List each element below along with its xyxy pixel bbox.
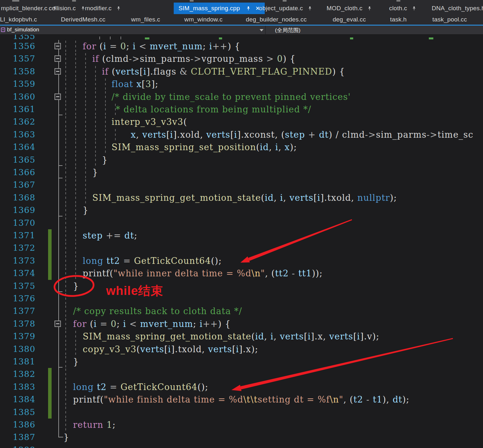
code-line-1365[interactable]: 1365} [0, 154, 483, 166]
tab-derivedmesh-cc[interactable]: DerivedMesh.cc [61, 14, 105, 25]
change-tracking-bar [48, 381, 52, 393]
indent-guide [105, 104, 106, 115]
indent-guide [65, 104, 66, 115]
code-line-1374[interactable]: 1374printf("while inner delta time = %d\… [0, 267, 483, 280]
indent-guide [65, 293, 66, 304]
code-line-1363[interactable]: 1363x, verts[i].xold, verts[i].xconst, (… [0, 128, 483, 141]
fold-collapse-button[interactable] [54, 68, 61, 75]
tab-label: MOD_cloth.c [327, 5, 362, 12]
code-line-1378[interactable]: 1378for (i = 0; i < mvert_num; i++) { [0, 318, 483, 330]
code-line-1383[interactable]: 1383long t2 = GetTickCount64(); [0, 381, 483, 393]
tab-mod-cloth-c[interactable]: MOD_cloth.c [327, 3, 371, 14]
code-line-1376[interactable]: 1376 [0, 292, 483, 305]
tab-collision-c[interactable]: collision.c [49, 3, 85, 14]
code-line-1362[interactable]: 1362interp_v3_v3v3( [0, 116, 483, 128]
line-number: 1384 [13, 393, 35, 406]
cpp-project-icon [1, 28, 5, 32]
code-line-1373[interactable]: 1373long tt2 = GetTickCount64(); [0, 255, 483, 267]
tab-wm-window-c[interactable]: wm_window.c [184, 14, 222, 25]
code-line-1369[interactable]: 1369} [0, 204, 483, 216]
line-number: 1364 [13, 141, 35, 153]
indent-guide [95, 78, 96, 90]
line-number: 1376 [13, 292, 35, 305]
indent-guide [65, 407, 66, 418]
code-line-1359[interactable]: 1359float x[3]; [0, 78, 483, 90]
tab-cloth-c[interactable]: cloth.c [389, 3, 416, 14]
tab-task-pool-cc[interactable]: task_pool.cc [432, 14, 467, 25]
code-text: if (verts[i].flags & CLOTH_VERT_FLAG_PIN… [102, 65, 345, 78]
code-line-1387[interactable]: 1387} [0, 431, 483, 444]
line-number: 1374 [13, 267, 35, 280]
tab-wm-files-c[interactable]: wm_files.c [131, 14, 160, 25]
code-line-1381[interactable]: 1381} [0, 355, 483, 368]
pin-icon[interactable] [412, 6, 416, 11]
clipped-row-above-fragment [190, 0, 194, 2]
code-line-1371[interactable]: 1371step += dt; [0, 229, 483, 242]
code-line-1372[interactable]: 1372 [0, 242, 483, 254]
tab-li-kdopbvh-c[interactable]: LI_kdopbvh.c [0, 14, 37, 25]
code-line-1384[interactable]: 1384printf("while finish delta time = %d… [0, 393, 483, 406]
tab-dna-cloth-types-h[interactable]: DNA_cloth_types.h [432, 3, 483, 14]
indent-guide [95, 116, 96, 127]
indent-guide [85, 116, 86, 127]
fold-collapse-button[interactable] [54, 43, 61, 49]
pin-icon[interactable] [117, 6, 121, 11]
code-line-1358[interactable]: 1358if (verts[i].flags & CLOTH_VERT_FLAG… [0, 65, 483, 78]
indent-guide [65, 78, 66, 90]
code-line-1379[interactable]: 1379SIM_mass_spring_get_motion_state(id,… [0, 330, 483, 343]
indent-guide [65, 305, 66, 317]
clipped-text-fragment [350, 37, 353, 39]
indent-guide [115, 129, 116, 140]
tab-label: wm_window.c [184, 16, 222, 23]
code-line-1361[interactable]: 1361* delta locations from being multipl… [0, 103, 483, 116]
code-line-1380[interactable]: 1380copy_v3_v3(verts[i].txold, verts[i].… [0, 343, 483, 355]
fold-collapse-button[interactable] [54, 94, 61, 100]
pin-icon[interactable] [246, 6, 250, 11]
tab-deg-eval-cc[interactable]: deg_eval.cc [333, 14, 366, 25]
line-number: 1360 [13, 91, 35, 103]
code-line-1386[interactable]: 1386return 1; [0, 419, 483, 431]
code-line-1370[interactable]: 1370 [0, 217, 483, 229]
chevron-down-icon[interactable] [260, 29, 263, 31]
tab-task-h[interactable]: task.h [390, 14, 407, 25]
tab-object-update-c[interactable]: object_update.c [259, 3, 312, 14]
code-editor[interactable]: 13551356for (i = 0; i < mvert_num; i++) … [0, 35, 483, 448]
code-line-1367[interactable]: 1367 [0, 179, 483, 191]
tab-label: cloth.c [389, 5, 407, 12]
tab-label: DerivedMesh.cc [61, 16, 105, 23]
pin-icon[interactable] [81, 6, 85, 11]
tab-mplicit-blender-c[interactable]: mplicit_blender.c [1, 3, 56, 14]
code-line-1366[interactable]: 1366} [0, 166, 483, 179]
clipped-text-fragment [429, 37, 433, 39]
code-line-1385[interactable]: 1385 [0, 406, 483, 419]
line-number: 1380 [13, 343, 35, 355]
code-text: copy_v3_v3(verts[i].txold, verts[i].x); [83, 343, 258, 355]
indent-guide [65, 142, 66, 153]
line-number: 1368 [13, 191, 35, 204]
code-line-1375[interactable]: 1375} [0, 280, 483, 292]
code-line-1356[interactable]: 1356for (i = 0; i < mvert_num; i++) { [0, 40, 483, 53]
fold-collapse-button[interactable] [54, 55, 61, 62]
tab-modifier-c[interactable]: modifier.c [85, 3, 121, 14]
tab-sim-mass-spring-cpp[interactable]: SIM_mass_spring.cpp✕ [174, 3, 265, 14]
tab-strip: mplicit_blender.ccollision.cmodifier.cSI… [0, 0, 483, 25]
code-line-1377[interactable]: 1377/* copy results back to cloth data *… [0, 305, 483, 317]
code-line-1360[interactable]: 1360/* divide by time_scale to prevent p… [0, 91, 483, 103]
partial-line-top: 1355 [0, 35, 483, 40]
tab-label: DNA_cloth_types.h [432, 5, 483, 12]
fold-region-end-tick [59, 178, 62, 178]
tab-label: wm_files.c [131, 16, 160, 23]
code-line-1357[interactable]: 1357if (clmd->sim_parms->vgroup_mass > 0… [0, 53, 483, 65]
tab-deg-builder-nodes-cc[interactable]: deg_builder_nodes.cc [246, 14, 307, 25]
pin-icon[interactable] [308, 6, 312, 11]
pin-icon[interactable] [368, 6, 371, 11]
indent-guide [75, 230, 76, 241]
tab-label: mplicit_blender.c [1, 5, 47, 12]
code-line-1368[interactable]: 1368SIM_mass_spring_get_motion_state(id,… [0, 191, 483, 204]
indent-guide [85, 179, 86, 191]
code-line-1364[interactable]: 1364SIM_mass_spring_set_position(id, i, … [0, 141, 483, 153]
scope-dropdown[interactable]: bf_simulation [0, 26, 266, 34]
indent-guide [105, 91, 106, 102]
fold-collapse-button[interactable] [54, 321, 61, 327]
code-line-1382[interactable]: 1382 [0, 368, 483, 380]
